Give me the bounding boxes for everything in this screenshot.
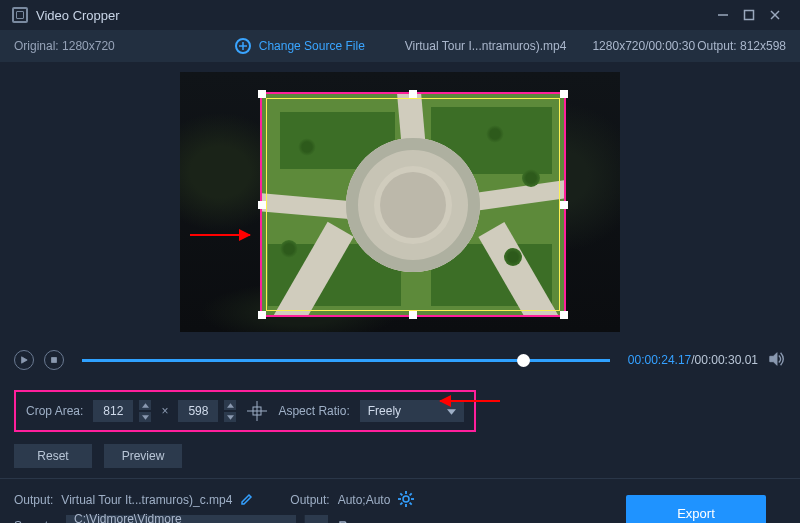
edit-output-name-button[interactable]: [240, 492, 254, 509]
multiply-icon: ×: [161, 404, 168, 418]
svg-marker-16: [447, 409, 456, 414]
crop-width-field: [93, 399, 151, 423]
output-dims: Output: 812x598: [697, 39, 786, 53]
output-file-label: Output:: [14, 493, 53, 507]
action-buttons: Reset Preview: [0, 438, 800, 478]
time-readout: 00:00:24.17/00:00:30.01: [628, 353, 758, 367]
crop-handle-mid-right[interactable]: [560, 201, 568, 209]
svg-marker-9: [142, 403, 149, 407]
crop-width-up[interactable]: [139, 400, 151, 410]
volume-icon[interactable]: [768, 350, 786, 371]
svg-marker-11: [227, 403, 234, 407]
crop-handle-bottom-left[interactable]: [258, 311, 266, 319]
seek-track[interactable]: [82, 359, 610, 362]
crop-handle-bottom-mid[interactable]: [409, 311, 417, 319]
save-path[interactable]: C:\Vidmore\Vidmore V...Converter\Video C…: [66, 515, 296, 523]
stop-button[interactable]: [44, 350, 64, 370]
crop-rectangle[interactable]: [260, 92, 566, 317]
minimize-button[interactable]: [710, 0, 736, 30]
svg-point-17: [403, 496, 409, 502]
center-crop-button[interactable]: [246, 400, 268, 422]
crop-handle-top-left[interactable]: [258, 90, 266, 98]
crop-controls: Crop Area: × Aspect Ratio: Freely: [0, 378, 800, 438]
original-dims: Original: 1280x720: [14, 39, 115, 53]
svg-line-23: [410, 502, 412, 504]
output-filename: Virtual Tour It...tramuros)_c.mp4: [61, 493, 232, 507]
output-settings-label: Output:: [290, 493, 329, 507]
svg-marker-8: [770, 352, 777, 365]
save-to-label: Save to:: [14, 519, 58, 523]
app-title: Video Cropper: [36, 8, 120, 23]
change-source-button[interactable]: Change Source File: [235, 38, 365, 54]
preview-button[interactable]: Preview: [104, 444, 182, 468]
source-dims-duration: 1280x720/00:00:30: [592, 39, 695, 53]
crop-handle-top-mid[interactable]: [409, 90, 417, 98]
crop-height-input[interactable]: [178, 400, 218, 422]
crop-width-input[interactable]: [93, 400, 133, 422]
svg-rect-7: [52, 358, 57, 363]
svg-line-22: [401, 493, 403, 495]
export-area: Export: [626, 495, 786, 523]
plus-icon: [235, 38, 251, 54]
crop-height-up[interactable]: [224, 400, 236, 410]
crop-area-label: Crop Area:: [26, 404, 83, 418]
change-source-label: Change Source File: [259, 39, 365, 53]
play-button[interactable]: [14, 350, 34, 370]
svg-marker-10: [142, 415, 149, 419]
maximize-button[interactable]: [736, 0, 762, 30]
save-path-dropdown[interactable]: [304, 515, 328, 523]
reset-button[interactable]: Reset: [14, 444, 92, 468]
close-button[interactable]: [762, 0, 788, 30]
annotation-arrow-crop: [190, 234, 250, 236]
crop-height-field: [178, 399, 236, 423]
output-panel: Output: Virtual Tour It...tramuros)_c.mp…: [0, 478, 800, 523]
aspect-ratio-value: Freely: [368, 404, 401, 418]
export-button[interactable]: Export: [626, 495, 766, 523]
playback-bar: 00:00:24.17/00:00:30.01: [0, 342, 800, 378]
aspect-ratio-label: Aspect Ratio:: [278, 404, 349, 418]
crop-width-down[interactable]: [139, 412, 151, 422]
video-stage: [0, 62, 800, 342]
svg-line-25: [401, 502, 403, 504]
video-preview[interactable]: [180, 72, 620, 332]
crop-inner-guide: [266, 98, 560, 311]
annotation-arrow-controls: [440, 400, 500, 402]
title-bar: Video Cropper: [0, 0, 800, 30]
output-settings-button[interactable]: [398, 491, 414, 510]
crop-handle-bottom-right[interactable]: [560, 311, 568, 319]
crop-height-down[interactable]: [224, 412, 236, 422]
crop-controls-box: Crop Area: × Aspect Ratio: Freely: [14, 390, 476, 432]
app-icon: [12, 7, 28, 23]
top-toolbar: Original: 1280x720 Change Source File Vi…: [0, 30, 800, 62]
crop-handle-top-right[interactable]: [560, 90, 568, 98]
svg-marker-12: [227, 415, 234, 419]
crop-handle-mid-left[interactable]: [258, 201, 266, 209]
svg-marker-6: [22, 357, 28, 363]
output-settings-value: Auto;Auto: [338, 493, 391, 507]
open-folder-button[interactable]: [336, 515, 358, 523]
source-filename: Virtual Tour I...ntramuros).mp4: [405, 39, 567, 53]
seek-knob[interactable]: [517, 354, 530, 367]
svg-rect-1: [745, 11, 754, 20]
svg-line-24: [410, 493, 412, 495]
